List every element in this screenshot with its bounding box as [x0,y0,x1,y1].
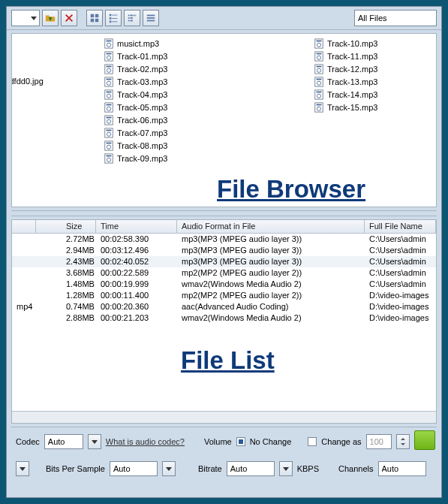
svg-rect-37 [107,78,112,80]
cell-format: mp2(MP2 (MPEG audio layer 2)) [177,290,365,301]
cell-size: 2.43MB [36,256,96,267]
file-name: Track-12.mp3 [327,65,377,74]
cell-path: D:\video-images [365,290,436,301]
svg-rect-55 [107,155,112,156]
table-row[interactable]: 2.43MB00:02:40.052mp3(MP3 (MPEG audio la… [12,256,436,267]
file-item[interactable]: Track-15.mp3 [312,101,437,113]
file-name: Track-05.mp3 [117,103,167,112]
col-path[interactable]: Full File Name [365,220,436,233]
prev-button[interactable] [16,461,29,476]
view-details-button[interactable] [143,10,159,26]
file-item[interactable]: -a1aa629dfdd0.jpg [11,74,87,87]
file-item[interactable]: Track-14.mp3 [312,88,437,101]
audio-file-icon [314,64,324,74]
file-item[interactable]: b.jpg [11,133,87,146]
codec-field[interactable] [44,434,83,449]
changeas-value[interactable] [366,434,392,449]
cell-path: C:\Users\admin [365,267,436,279]
cell-path: D:\video-images [365,301,436,312]
chevron-down-icon [31,17,37,20]
filter-dropdown[interactable] [354,10,437,26]
view-large-icons-button[interactable] [86,10,103,26]
changeas-label: Change as [321,437,361,446]
svg-rect-7 [112,18,117,19]
svg-rect-43 [107,104,112,105]
chevron-down-icon [283,467,289,471]
file-browser-panel: -a1aa629dfdd0.jpg24.jpgb.jpg musict.mp3T… [11,33,437,207]
splitter[interactable] [11,210,437,216]
bps-field[interactable] [110,461,158,476]
file-item[interactable]: Track-06.mp3 [102,113,230,126]
nav-dropdown[interactable] [11,10,40,26]
svg-rect-14 [128,17,130,19]
table-row[interactable]: 1.48MB00:00:19.999wmav2(Windows Media Au… [12,279,436,290]
file-item[interactable]: Track-11.mp3 [312,50,437,62]
file-item[interactable]: Track-10.mp3 [312,37,437,50]
changeas-checkbox[interactable] [308,437,317,446]
channels-field[interactable] [378,461,426,476]
audio-file-icon [314,89,324,100]
col-format[interactable]: Audio Format in File [177,220,365,233]
file-list-panel: Size Time Audio Format in File Full File… [11,219,437,424]
file-name: Track-09.mp3 [117,154,167,163]
cell-path: C:\Users\admin [365,279,436,290]
file-item[interactable]: 24.jpg [11,104,87,116]
svg-rect-73 [317,104,322,105]
audio-file-icon [104,51,114,62]
table-row[interactable]: mp40.74MB00:00:20.360aac(Advanced Audio … [12,301,436,312]
table-row[interactable]: 2.88MB00:00:21.203wmav2(Windows Media Au… [12,312,436,324]
view-small-icons-button[interactable] [124,10,140,26]
file-name: Track-15.mp3 [327,103,377,112]
audio-file-icon [314,38,324,49]
audio-file-icon [104,115,114,125]
file-item[interactable]: Track-07.mp3 [102,126,230,139]
folder-up-button[interactable] [42,10,59,26]
file-item[interactable]: Track-08.mp3 [102,139,230,152]
cell-time: 00:02:40.052 [96,256,177,267]
file-item[interactable]: Track-12.mp3 [312,62,437,75]
cell-time: 00:00:11.400 [96,290,177,301]
file-item[interactable]: Track-13.mp3 [312,75,437,88]
table-row[interactable]: 1.28MB00:00:11.400mp2(MP2 (MPEG audio la… [12,290,436,301]
codec-help-link[interactable]: What is audio codec? [106,437,185,446]
codec-dropdown-button[interactable] [88,434,101,449]
svg-rect-70 [317,91,322,92]
col-file[interactable] [12,220,36,233]
changeas-spinner[interactable] [396,434,410,449]
svg-rect-13 [135,15,136,17]
cell-time: 00:00:19.999 [96,279,177,290]
bitrate-field[interactable] [227,461,275,476]
svg-rect-20 [147,20,155,22]
col-size[interactable]: Size [36,220,96,233]
file-name: Track-04.mp3 [117,90,167,99]
table-row[interactable]: 2.72MB00:02:58.390mp3(MP3 (MPEG audio la… [12,234,436,245]
apply-button[interactable] [414,430,435,450]
file-item[interactable]: Track-05.mp3 [102,101,230,113]
file-name: Track-02.mp3 [117,65,167,74]
file-item[interactable]: Track-01.mp3 [102,50,230,62]
horizontal-scrollbar[interactable] [12,411,436,423]
chevron-down-icon [20,467,26,471]
file-item[interactable]: Track-03.mp3 [102,75,230,88]
table-row[interactable]: 2.94MB00:03:12.496mp3(MP3 (MPEG audio la… [12,245,436,256]
codec-label: Codec [16,437,40,446]
table-row[interactable]: 3.68MB00:00:22.589mp2(MP2 (MPEG audio la… [12,267,436,279]
bps-dropdown-button[interactable] [162,461,176,476]
svg-rect-0 [91,14,94,17]
cell-time: 00:03:12.496 [96,245,177,256]
nochange-radio[interactable] [236,437,245,446]
file-item[interactable]: Track-09.mp3 [102,152,230,164]
cell-size: 2.88MB [36,312,96,324]
file-item[interactable]: musict.mp3 [102,37,230,50]
file-item[interactable]: Track-02.mp3 [102,62,230,75]
cell-size: 0.74MB [36,301,96,312]
bitrate-dropdown-button[interactable] [279,461,293,476]
view-list-button[interactable] [105,10,122,26]
file-item[interactable]: Track-04.mp3 [102,88,230,101]
delete-button[interactable] [61,10,77,26]
file-name: -a1aa629dfdd0.jpg [11,77,44,86]
cell-file [12,279,36,290]
cell-format: wmav2(Windows Media Audio 2) [177,312,365,324]
col-time[interactable]: Time [96,220,177,233]
audio-file-icon [314,77,324,87]
